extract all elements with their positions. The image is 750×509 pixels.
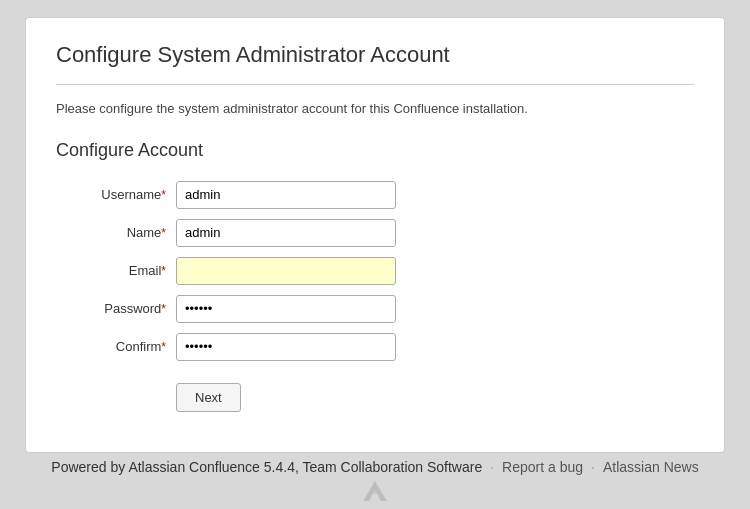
confirm-input[interactable] — [176, 333, 396, 361]
username-label: Username* — [56, 187, 176, 202]
email-label: Email* — [56, 263, 176, 278]
section-title: Configure Account — [56, 140, 694, 161]
description-text: Please configure the system administrato… — [56, 101, 694, 116]
email-row: Email* — [56, 257, 694, 285]
report-bug-link[interactable]: Report a bug — [502, 459, 583, 475]
atlassian-news-link[interactable]: Atlassian News — [603, 459, 699, 475]
email-required-star: * — [161, 264, 166, 278]
main-card: Configure System Administrator Account P… — [25, 17, 725, 453]
next-button[interactable]: Next — [176, 383, 241, 412]
password-row: Password* — [56, 295, 694, 323]
email-input[interactable] — [176, 257, 396, 285]
divider — [56, 84, 694, 85]
confirm-row: Confirm* — [56, 333, 694, 361]
username-row: Username* — [56, 181, 694, 209]
password-label: Password* — [56, 301, 176, 316]
username-input[interactable] — [176, 181, 396, 209]
card-title: Configure System Administrator Account — [56, 42, 694, 68]
atlassian-logo-icon — [363, 481, 387, 501]
page-wrapper: Configure System Administrator Account P… — [0, 0, 750, 509]
confirm-label: Confirm* — [56, 339, 176, 354]
submit-row: Next — [56, 371, 694, 412]
password-input[interactable] — [176, 295, 396, 323]
name-input[interactable] — [176, 219, 396, 247]
password-required-star: * — [161, 302, 166, 316]
confirm-required-star: * — [161, 340, 166, 354]
name-required-star: * — [161, 226, 166, 240]
powered-by-text: Powered by Atlassian Confluence 5.4.4, T… — [51, 459, 482, 475]
name-row: Name* — [56, 219, 694, 247]
footer-sep-2: · — [591, 459, 595, 475]
footer-links: Powered by Atlassian Confluence 5.4.4, T… — [51, 459, 698, 475]
name-label: Name* — [56, 225, 176, 240]
footer-sep-1: · — [490, 459, 494, 475]
configure-account-form: Username* Name* Email* — [56, 181, 694, 412]
username-required-star: * — [161, 188, 166, 202]
footer: Powered by Atlassian Confluence 5.4.4, T… — [0, 459, 750, 501]
